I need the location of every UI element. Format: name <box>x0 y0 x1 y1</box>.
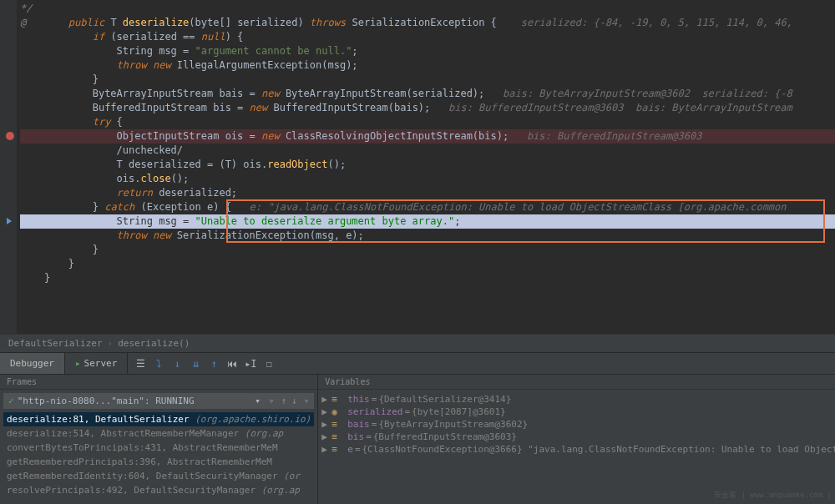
var-type-icon: ≡ <box>331 419 343 430</box>
frames-list[interactable]: deserialize:81, DefaultSerializer (org.a… <box>0 412 317 497</box>
variables-panel: Variables ▶≡this = {DefaultSerializer@34… <box>318 375 835 504</box>
frames-panel: Frames ✓ "http-nio-8080..."main": RUNNIN… <box>0 375 318 504</box>
debug-toolbar: ☰ ⤵ ↓ ⇊ ↑ ⏮ ▸I ☐ <box>128 356 281 371</box>
variable-name: e <box>347 444 353 455</box>
code-text: */ <box>20 3 32 14</box>
variable-name: serialized <box>347 406 402 417</box>
code-editor[interactable]: */ @ public T deserialize(byte[] seriali… <box>0 0 835 334</box>
variable-row[interactable]: ▶≡bis = {BufferedInputStream@3603} <box>321 431 835 443</box>
server-tab[interactable]: ▸Server <box>65 353 128 374</box>
breadcrumb[interactable]: DefaultSerializer › deserialize() <box>0 334 835 352</box>
variable-name: bis <box>347 431 364 442</box>
stack-frame[interactable]: deserialize:81, DefaultSerializer (org.a… <box>3 412 314 426</box>
variable-value: {ByteArrayInputStream@3602} <box>378 419 528 430</box>
var-type-icon: ≡ <box>331 444 343 455</box>
stack-frame[interactable]: getRememberedPrincipals:396, AbstractRem… <box>3 455 314 469</box>
variable-row[interactable]: ▶≡bais = {ByteArrayInputStream@3602} <box>321 418 835 431</box>
variable-row[interactable]: ▶≡e = {ClassNotFoundException@3666} "jav… <box>321 443 835 456</box>
check-icon: ✓ <box>8 396 14 406</box>
variable-value: {ClassNotFoundException@3666} "java.lang… <box>362 444 836 455</box>
expand-icon[interactable]: ▶ <box>321 444 330 455</box>
step-over-icon[interactable]: ⤵ <box>151 356 166 371</box>
next-frame-icon[interactable]: ↓ <box>291 396 297 406</box>
variable-value: {DefaultSerializer@3414} <box>378 394 511 405</box>
expand-icon[interactable]: ▶ <box>321 406 330 417</box>
stack-frame[interactable]: getRememberedIdentity:604, DefaultSecuri… <box>3 469 314 483</box>
hide-frames-icon[interactable]: ▿ <box>304 396 310 406</box>
var-type-icon: ≡ <box>331 394 343 405</box>
expand-icon[interactable]: ▶ <box>321 394 330 405</box>
execution-line: String msg = "Unable to deserialze argum… <box>20 214 835 229</box>
debug-tabs: Debugger ▸Server ☰ ⤵ ↓ ⇊ ↑ ⏮ ▸I ☐ <box>0 353 835 375</box>
var-type-icon: ≡ <box>331 431 343 442</box>
variable-name: bais <box>347 419 370 430</box>
var-type-icon: ◉ <box>331 406 343 417</box>
step-into-icon[interactable]: ↓ <box>170 356 185 371</box>
variable-row[interactable]: ▶◉serialized = {byte[2087]@3601} <box>321 406 835 418</box>
watermark: 安全客 | www.anquanke.com | <box>714 490 832 501</box>
filter-icon[interactable]: ▿ <box>269 396 275 406</box>
breakpoint-icon[interactable] <box>3 129 17 143</box>
stack-frame[interactable]: resolvePrincipals:492, DefaultSecurityMa… <box>3 483 314 497</box>
variable-value: {BufferedInputStream@3603} <box>373 431 517 442</box>
debugger-tab[interactable]: Debugger <box>0 353 65 374</box>
variable-row[interactable]: ▶≡this = {DefaultSerializer@3414} <box>321 393 835 406</box>
gutter[interactable] <box>0 0 17 334</box>
chevron-right-icon: › <box>108 338 114 349</box>
variables-list[interactable]: ▶≡this = {DefaultSerializer@3414}▶◉seria… <box>318 390 835 459</box>
breadcrumb-item[interactable]: DefaultSerializer <box>8 338 103 349</box>
variable-name: this <box>347 394 370 405</box>
expand-icon[interactable]: ▶ <box>321 431 330 442</box>
vars-header: Variables <box>318 375 835 390</box>
prev-frame-icon[interactable]: ↑ <box>281 396 286 406</box>
force-step-icon[interactable]: ⇊ <box>188 356 203 371</box>
run-to-cursor-icon[interactable]: ▸I <box>243 356 258 371</box>
expand-icon[interactable]: ▶ <box>321 419 330 430</box>
breadcrumb-item[interactable]: deserialize() <box>118 338 190 349</box>
show-execution-icon[interactable]: ☰ <box>133 356 148 371</box>
variable-value: {byte[2087]@3601} <box>412 406 506 417</box>
dropdown-icon[interactable]: ▾ <box>255 396 261 406</box>
frames-header: Frames <box>0 375 317 390</box>
run-icon: ▸ <box>75 358 81 369</box>
stack-frame[interactable]: deserialize:514, AbstractRememberMeManag… <box>3 426 314 441</box>
drop-frame-icon[interactable]: ⏮ <box>225 356 240 371</box>
thread-selector[interactable]: ✓ "http-nio-8080..."main": RUNNING ▾ ▿ ↑… <box>3 393 314 409</box>
stack-frame[interactable]: convertBytesToPrincipals:431, AbstractRe… <box>3 441 314 455</box>
step-out-icon[interactable]: ↑ <box>206 356 221 371</box>
code-area: */ @ public T deserialize(byte[] seriali… <box>0 0 835 287</box>
evaluate-icon[interactable]: ☐ <box>261 356 276 371</box>
debug-panel: Debugger ▸Server ☰ ⤵ ↓ ⇊ ↑ ⏮ ▸I ☐ Frames… <box>0 352 835 504</box>
